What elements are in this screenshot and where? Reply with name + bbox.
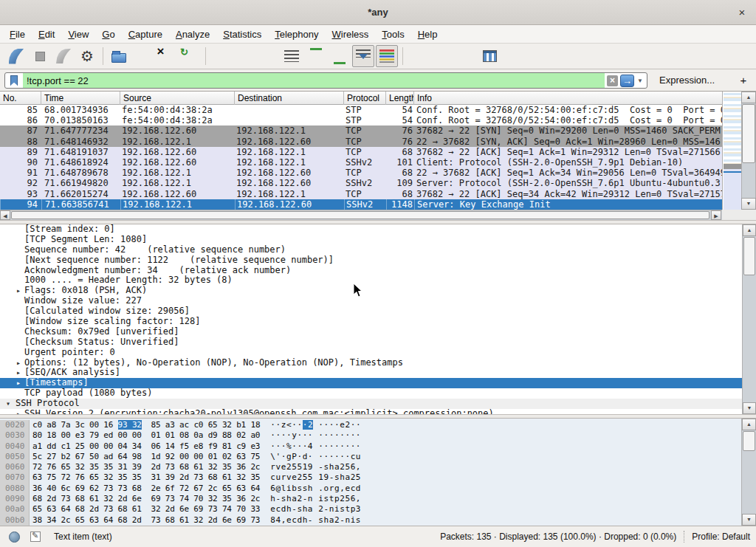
- open-file-icon[interactable]: [108, 45, 130, 67]
- go-forward-icon[interactable]: [258, 45, 280, 67]
- detail-row-urgent-pointer[interactable]: Urgent pointer: 0: [0, 348, 742, 358]
- detail-row-timestamps[interactable]: ▸ [Timestamps]: [0, 378, 742, 388]
- expander-icon[interactable]: ▾: [6, 399, 10, 409]
- expander-icon[interactable]: ▸: [16, 378, 21, 388]
- detail-row-window-size-value[interactable]: Window size value: 227: [0, 296, 742, 306]
- scrollbar-thumb[interactable]: [742, 104, 755, 163]
- filter-bookmark-icon[interactable]: [10, 75, 18, 86]
- zoom-out-icon[interactable]: [431, 45, 453, 67]
- scroll-down-button[interactable]: ▼: [741, 198, 756, 210]
- detail-row-seq-ack-analysis[interactable]: ▸ [SEQ/ACK analysis]: [0, 368, 742, 378]
- packet-row-90[interactable]: 90 71.648618924 192.168.122.60 192.168.1…: [0, 157, 722, 168]
- scrollbar-thumb[interactable]: [11, 211, 709, 219]
- column-header[interactable]: Length: [386, 92, 414, 105]
- detail-row-calculated-window-size[interactable]: [Calculated window size: 29056]: [0, 306, 742, 317]
- detail-row-window-size-scaling-factor[interactable]: [Window size scaling factor: 128]: [0, 317, 742, 327]
- filter-history-dropdown-icon[interactable]: ▼: [634, 78, 647, 84]
- close-file-icon[interactable]: [155, 45, 177, 67]
- resize-columns-icon[interactable]: [478, 45, 501, 67]
- packet-minimap[interactable]: [722, 92, 741, 210]
- scroll-right-button[interactable]: ▶: [711, 210, 721, 220]
- hex-ascii[interactable]: 84,ecdh- sha2-nis: [270, 515, 361, 526]
- hex-ascii[interactable]: \'·gP·d· ······cu: [270, 452, 361, 462]
- packet-row-86[interactable]: 86 70.013850163 fe:54:00:d4:38:2a STP 54…: [0, 115, 722, 125]
- bytes-vscrollbar[interactable]: ▲ ▼: [741, 419, 756, 526]
- detail-row-ssh-version-2[interactable]: ▸ SSH Version 2 (encryption:chacha20-pol…: [0, 409, 742, 414]
- toolbar-separator[interactable]: [202, 45, 209, 67]
- zoom-original-icon[interactable]: [455, 45, 477, 67]
- detail-row-next-sequence-number[interactable]: [Next sequence number: 1122 (relative se…: [0, 255, 742, 266]
- go-back-icon[interactable]: [234, 45, 256, 67]
- hex-bytes[interactable]: 5c 27 b2 67 50 ad 64 98 1d 92 00 00 01 0…: [32, 452, 260, 462]
- expander-icon[interactable]: ▸: [16, 286, 21, 296]
- hex-row-00a0[interactable]: 00a0 65 63 64 68 2d 73 68 61 32 2d 6e 69…: [0, 504, 741, 515]
- hex-ascii[interactable]: h-sha2-n istp256,: [270, 494, 361, 504]
- detail-row-stream-index[interactable]: [Stream index: 0]: [0, 224, 742, 235]
- save-file-icon[interactable]: [131, 45, 154, 67]
- detail-row-options[interactable]: ▸ Options: (12 bytes), No-Operation (NOP…: [0, 358, 742, 368]
- details-vscrollbar[interactable]: ▲ ▼: [742, 224, 756, 414]
- detail-row-flags[interactable]: ▸ Flags: 0x018 (PSH, ACK): [0, 286, 742, 296]
- scroll-up-button[interactable]: ▲: [743, 224, 756, 236]
- go-to-bottom-icon[interactable]: [329, 45, 351, 67]
- hex-ascii[interactable]: curve255 19-sha25: [270, 472, 361, 483]
- hex-ascii[interactable]: ····y··· ········: [270, 430, 361, 441]
- hex-ascii[interactable]: 6@libssh .org,ecd: [270, 484, 361, 494]
- menu-item[interactable]: View: [61, 27, 95, 42]
- scrollbar-thumb[interactable]: [743, 237, 755, 275]
- find-packet-icon[interactable]: [210, 45, 233, 67]
- packet-row-89[interactable]: 89 71.648191037 192.168.122.60 192.168.1…: [0, 147, 722, 157]
- hex-bytes[interactable]: 80 18 00 e3 79 ed 00 00 01 01 08 0a d9 8…: [32, 430, 260, 441]
- detail-row-ssh-protocol[interactable]: ▾ SSH Protocol: [0, 399, 742, 409]
- zoom-in-icon[interactable]: [408, 45, 430, 67]
- expander-icon[interactable]: ▸: [16, 368, 21, 378]
- start-capture-icon[interactable]: [5, 45, 27, 67]
- menu-item[interactable]: File: [3, 27, 32, 42]
- scroll-down-button[interactable]: ▼: [743, 402, 756, 414]
- detail-row-tcp-segment-len[interactable]: [TCP Segment Len: 1080]: [0, 235, 742, 245]
- hex-bytes[interactable]: 63 75 72 76 65 32 35 35 31 39 2d 73 68 6…: [32, 472, 260, 483]
- menu-item[interactable]: Tools: [375, 27, 410, 42]
- display-filter-field[interactable]: !tcp.port == 22 × → ▼: [4, 72, 647, 89]
- hex-row-0030[interactable]: 0030 80 18 00 e3 79 ed 00 00 01 01 08 0a…: [0, 430, 741, 441]
- packet-list-vscrollbar[interactable]: ▲ ▼: [741, 92, 756, 210]
- column-header[interactable]: No.: [0, 92, 41, 105]
- expert-info-icon[interactable]: [9, 531, 20, 543]
- scroll-left-button[interactable]: ◀: [0, 210, 10, 220]
- hex-row-0080[interactable]: 0080 36 40 6c 69 62 73 73 68 2e 6f 72 67…: [0, 484, 741, 494]
- detail-row-checksum-status[interactable]: [Checksum Status: Unverified]: [0, 337, 742, 348]
- column-header[interactable]: Protocol: [344, 92, 386, 105]
- hex-row-0020[interactable]: 0020 c0 a8 7a 3c 00 16 93 32 85 a3 ac c0…: [0, 420, 741, 430]
- menu-item[interactable]: Analyze: [169, 27, 216, 42]
- packet-row-88[interactable]: 88 71.648146932 192.168.122.1 192.168.12…: [0, 137, 722, 147]
- hex-bytes[interactable]: c0 a8 7a 3c 00 16 93 32 85 a3 ac c0 65 3…: [32, 420, 260, 430]
- scrollbar-thumb[interactable]: [743, 431, 755, 451]
- colorize-toggle-icon[interactable]: [376, 45, 398, 67]
- packet-row-92[interactable]: 92 71.661949820 192.168.122.1 192.168.12…: [0, 178, 722, 188]
- menu-item[interactable]: Statistics: [216, 27, 268, 42]
- hex-bytes[interactable]: 65 63 64 68 2d 73 68 61 32 2d 6e 69 73 7…: [32, 504, 260, 515]
- packet-row-91[interactable]: 91 71.648789678 192.168.122.1 192.168.12…: [0, 168, 722, 178]
- expander-icon[interactable]: ▸: [16, 409, 21, 414]
- hex-bytes[interactable]: 38 34 2c 65 63 64 68 2d 73 68 61 32 2d 6…: [32, 515, 260, 526]
- column-header[interactable]: Source: [120, 92, 235, 105]
- packet-row-87[interactable]: 87 71.647777234 192.168.122.60 192.168.1…: [0, 125, 722, 136]
- hex-row-00b0[interactable]: 00b0 38 34 2c 65 63 64 68 2d 73 68 61 32…: [0, 515, 741, 526]
- stop-capture-icon[interactable]: [29, 45, 51, 67]
- auto-scroll-toggle-icon[interactable]: [352, 45, 374, 67]
- close-window-button[interactable]: ×: [735, 6, 749, 19]
- scroll-up-button[interactable]: ▲: [741, 92, 756, 103]
- hex-bytes[interactable]: a1 dd c1 25 00 00 04 34 06 14 f5 e8 f9 8…: [32, 441, 260, 452]
- hex-ascii[interactable]: ···%···4 ········: [270, 441, 361, 452]
- add-filter-button[interactable]: +: [737, 74, 750, 86]
- display-filter-input[interactable]: !tcp.port == 22: [23, 73, 605, 88]
- packet-list-hscrollbar[interactable]: ◀ ▶: [0, 210, 722, 220]
- hex-row-0040[interactable]: 0040 a1 dd c1 25 00 00 04 34 06 14 f5 e8…: [0, 441, 741, 452]
- hex-bytes[interactable]: 72 76 65 32 35 35 31 39 2d 73 68 61 32 3…: [32, 462, 260, 472]
- column-header[interactable]: Destination: [235, 92, 344, 105]
- expander-icon[interactable]: ▸: [16, 358, 21, 368]
- hex-bytes[interactable]: 36 40 6c 69 62 73 73 68 2e 6f 72 67 2c 6…: [32, 484, 260, 494]
- hex-row-0060[interactable]: 0060 72 76 65 32 35 35 31 39 2d 73 68 61…: [0, 462, 741, 472]
- packet-row-94[interactable]: 94 71.663856741 192.168.122.1 192.168.12…: [0, 199, 722, 210]
- detail-row-sequence-number[interactable]: Sequence number: 42 (relative sequence n…: [0, 245, 742, 255]
